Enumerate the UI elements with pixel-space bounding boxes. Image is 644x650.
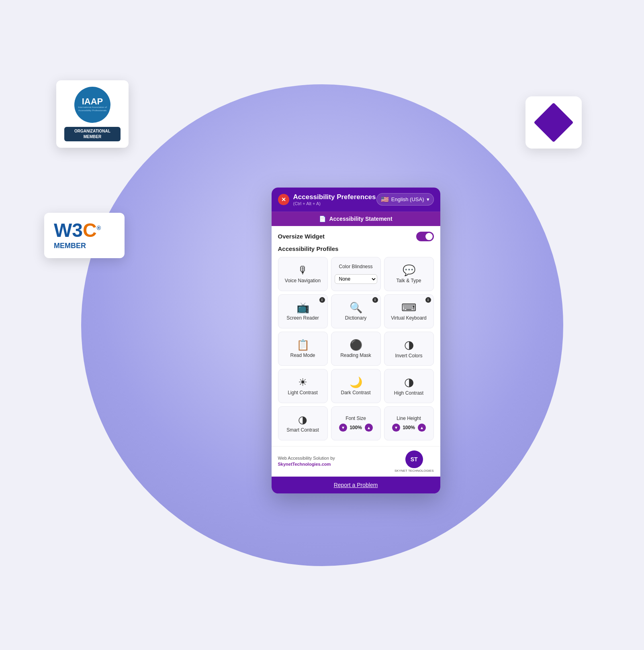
feature-smart-contrast[interactable]: ◑ Smart Contrast — [278, 406, 328, 440]
line-height-down-button[interactable]: ▾ — [392, 424, 400, 432]
smart-contrast-label: Smart Contrast — [286, 427, 319, 434]
header-left: ✕ Accessibility Preferences (Ctrl + Alt … — [278, 193, 376, 206]
diamond-card — [525, 96, 582, 149]
line-height-stepper: ▾ 100% ▴ — [392, 424, 426, 432]
color-blindness-select[interactable]: None Protanopia Deuteranopia Tritanopia — [335, 274, 377, 284]
lang-label: English (USA) — [391, 196, 424, 202]
feature-high-contrast[interactable]: ◑ High Contrast — [384, 369, 434, 403]
read-mode-label: Read Mode — [290, 353, 315, 359]
read-mode-icon: 📋 — [296, 340, 309, 350]
diamond-shape — [534, 103, 574, 143]
dark-contrast-icon: 🌙 — [350, 377, 362, 387]
close-button[interactable]: ✕ — [278, 194, 289, 205]
light-contrast-icon: ☀ — [298, 377, 307, 387]
widget-footer: Web Accessibility Solution by SkynetTech… — [272, 446, 440, 477]
screen-reader-info-icon[interactable]: i — [319, 297, 325, 303]
virtual-keyboard-label: Virtual Keyboard — [391, 315, 427, 322]
dictionary-info-icon[interactable]: i — [372, 297, 378, 303]
reading-mask-label: Reading Mask — [340, 353, 371, 359]
light-contrast-label: Light Contrast — [288, 390, 318, 396]
font-size-value: 100% — [349, 425, 363, 430]
lang-arrow-icon: ▾ — [427, 196, 429, 202]
line-height-control: Line Height ▾ 100% ▴ — [384, 406, 434, 440]
w3c-member-text: MEMBER — [54, 242, 115, 250]
feature-read-mode[interactable]: 📋 Read Mode — [278, 332, 328, 366]
feature-talk-type[interactable]: 💬 Talk & Type — [384, 257, 434, 291]
dark-contrast-label: Dark Contrast — [341, 390, 370, 396]
font-size-stepper: ▾ 100% ▴ — [339, 424, 373, 432]
reading-mask-icon: ⚫ — [350, 340, 362, 350]
flag-icon: 🇺🇸 — [381, 196, 389, 203]
report-problem-bar[interactable]: Report a Problem — [272, 477, 440, 493]
line-height-value: 100% — [402, 425, 416, 430]
statement-icon: 📄 — [319, 216, 326, 222]
high-contrast-icon: ◑ — [404, 377, 414, 388]
profiles-label: Accessibility Profiles — [278, 245, 434, 252]
feature-screen-reader[interactable]: i 📺 Screen Reader — [278, 294, 328, 328]
accessibility-statement-bar[interactable]: 📄 Accessibility Statement — [272, 212, 440, 226]
line-height-label: Line Height — [397, 416, 421, 421]
header-shortcut: (Ctrl + Alt + A) — [293, 201, 376, 206]
report-problem-label: Report a Problem — [334, 482, 378, 488]
iaap-sub-text: International Association of Accessibili… — [74, 106, 110, 112]
oversize-toggle[interactable] — [416, 232, 434, 241]
iaap-badge: IAAP International Association of Access… — [56, 80, 129, 148]
smart-contrast-icon: ◑ — [298, 414, 307, 425]
iaap-main-text: IAAP — [82, 97, 103, 106]
font-size-up-button[interactable]: ▴ — [365, 424, 373, 432]
w3c-logo: W3C® — [54, 221, 115, 240]
footer-link[interactable]: SkynetTechnologies.com — [278, 462, 331, 467]
high-contrast-label: High Contrast — [394, 390, 423, 397]
font-size-control: Font Size ▾ 100% ▴ — [331, 406, 381, 440]
feature-voice-navigation[interactable]: 🎙 Voice Navigation — [278, 257, 328, 291]
invert-colors-icon: ◑ — [404, 339, 414, 350]
header-title-block: Accessibility Preferences (Ctrl + Alt + … — [293, 193, 376, 206]
invert-colors-label: Invert Colors — [395, 353, 422, 359]
footer-logo: ST — [405, 450, 423, 468]
feature-invert-colors[interactable]: ◑ Invert Colors — [384, 332, 434, 366]
footer-logo-subtext: SKYNET TECHNOLOGIES — [395, 469, 434, 473]
voice-navigation-icon: 🎙 — [298, 265, 308, 275]
virtual-keyboard-info-icon[interactable]: i — [425, 297, 431, 303]
w3c-badge: W3C® MEMBER — [44, 213, 125, 258]
feature-virtual-keyboard[interactable]: i ⌨ Virtual Keyboard — [384, 294, 434, 328]
talk-type-label: Talk & Type — [397, 278, 421, 284]
widget-header: ✕ Accessibility Preferences (Ctrl + Alt … — [272, 187, 440, 212]
bottom-row: ◑ Smart Contrast Font Size ▾ 100% ▴ Line… — [278, 406, 434, 440]
virtual-keyboard-icon: ⌨ — [401, 302, 417, 313]
color-blindness-label: Color Blindness — [339, 264, 372, 270]
feature-dark-contrast[interactable]: 🌙 Dark Contrast — [331, 369, 381, 403]
accessibility-widget: ✕ Accessibility Preferences (Ctrl + Alt … — [272, 187, 440, 493]
widget-body: Oversize Widget Accessibility Profiles 🎙… — [272, 226, 440, 446]
language-selector[interactable]: 🇺🇸 English (USA) ▾ — [376, 193, 434, 206]
line-height-up-button[interactable]: ▴ — [418, 424, 426, 432]
dictionary-icon: 🔍 — [350, 302, 362, 313]
footer-logo-block: ST SKYNET TECHNOLOGIES — [395, 450, 434, 473]
font-size-down-button[interactable]: ▾ — [339, 424, 347, 432]
feature-light-contrast[interactable]: ☀ Light Contrast — [278, 369, 328, 403]
oversize-label: Oversize Widget — [278, 233, 325, 240]
iaap-org-label: ORGANIZATIONAL MEMBER — [64, 127, 121, 141]
header-title: Accessibility Preferences — [293, 193, 376, 201]
dictionary-label: Dictionary — [345, 315, 366, 322]
voice-navigation-label: Voice Navigation — [285, 278, 321, 284]
screen-reader-icon: 📺 — [296, 302, 309, 313]
font-size-label: Font Size — [346, 416, 366, 421]
iaap-logo-circle: IAAP International Association of Access… — [74, 87, 110, 123]
talk-type-icon: 💬 — [403, 265, 415, 275]
statement-label: Accessibility Statement — [329, 216, 392, 222]
feature-reading-mask[interactable]: ⚫ Reading Mask — [331, 332, 381, 366]
footer-text: Web Accessibility Solution by SkynetTech… — [278, 455, 335, 468]
feature-color-blindness[interactable]: Color Blindness None Protanopia Deuteran… — [331, 257, 381, 291]
screen-reader-label: Screen Reader — [286, 315, 319, 322]
feature-dictionary[interactable]: i 🔍 Dictionary — [331, 294, 381, 328]
features-grid: 🎙 Voice Navigation Color Blindness None … — [278, 257, 434, 403]
oversize-row: Oversize Widget — [278, 232, 434, 241]
